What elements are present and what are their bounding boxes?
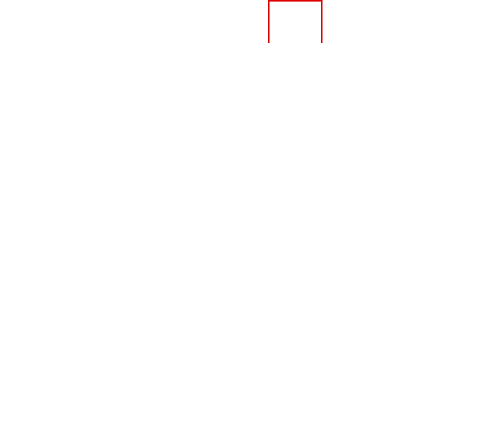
coef-header-row: [3, 3, 501, 17]
coef-header: [87, 3, 150, 17]
blank-line: [3, 17, 501, 31]
coef-header: [259, 3, 313, 17]
coef-header: [383, 3, 453, 17]
coef-header: [313, 3, 383, 17]
coef-header: [212, 3, 259, 17]
coef-header-blank: [3, 3, 87, 17]
coef-header: [150, 3, 212, 17]
coef-table: [3, 3, 501, 17]
